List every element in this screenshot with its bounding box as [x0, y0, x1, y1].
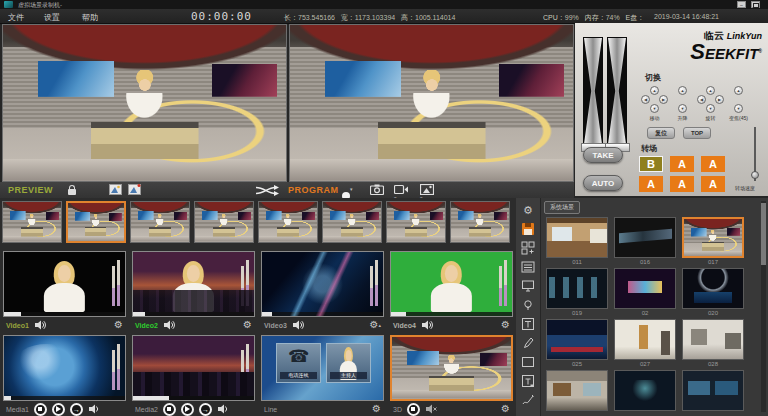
play-button[interactable] [181, 403, 194, 416]
source-video1[interactable]: Video1 ⚙ [3, 251, 126, 333]
stop-button[interactable] [407, 403, 420, 416]
tbar-fader[interactable] [582, 37, 630, 159]
library-scene[interactable] [682, 370, 744, 411]
shot-thumbnail[interactable] [2, 201, 62, 243]
shot-thumbnail[interactable] [194, 201, 254, 243]
shot-thumbnail[interactable] [258, 201, 318, 243]
zoom-in-button[interactable]: ▲ [734, 86, 743, 95]
library-scene[interactable] [546, 370, 608, 411]
minimize-button[interactable]: – [737, 1, 746, 8]
source-settings-icon[interactable]: ⚙ [114, 320, 123, 330]
library-scene-028[interactable] [682, 319, 744, 360]
rotate-up-button[interactable]: ▲ [706, 86, 715, 95]
library-scene-020[interactable] [682, 268, 744, 309]
scrollbar-thumb[interactable] [761, 203, 766, 265]
brush-icon[interactable] [520, 335, 536, 351]
pen-icon[interactable] [520, 392, 536, 408]
settings-icon[interactable]: ⚙ [520, 202, 536, 218]
maximize-button[interactable] [751, 1, 760, 8]
speaker-icon[interactable] [163, 320, 175, 330]
transition-section-title: 转场 [641, 143, 657, 154]
stop-button[interactable] [163, 403, 176, 416]
transition-a-button[interactable]: A [701, 156, 725, 172]
source-video4[interactable]: Video4 ⚙ [390, 251, 513, 333]
rotate-left-button[interactable]: ◀ [697, 95, 706, 104]
source-settings-icon[interactable]: ⚙ [501, 404, 510, 414]
play-button[interactable] [52, 403, 65, 416]
source-settings-icon[interactable]: ⚙ [501, 320, 510, 330]
speaker-icon[interactable] [421, 320, 433, 330]
speaker-icon[interactable] [292, 320, 304, 330]
source-media2[interactable]: Media2 → [132, 335, 255, 416]
frame-icon[interactable] [520, 354, 536, 370]
move-up-button[interactable]: ▲ [650, 86, 659, 95]
source-settings-icon[interactable]: ⚙ [372, 404, 381, 414]
zoom-out-button[interactable]: ▼ [734, 104, 743, 113]
shot-thumbnail-selected[interactable] [66, 201, 126, 243]
move-right-button[interactable]: ▶ [659, 95, 668, 104]
transition-b-button[interactable]: B [639, 156, 663, 172]
menu-help[interactable]: 帮助 [82, 12, 98, 23]
title-icon[interactable] [520, 373, 536, 389]
library-scene-025[interactable] [546, 319, 608, 360]
library-scene-011[interactable] [546, 217, 608, 258]
speaker-icon[interactable] [88, 404, 100, 414]
library-scene-017-selected[interactable] [682, 217, 744, 258]
rotate-right-button[interactable]: ▶ [715, 95, 724, 104]
menu-file[interactable]: 文件 [8, 12, 24, 23]
library-scene-016[interactable] [614, 217, 676, 258]
auto-button[interactable]: AUTO [583, 175, 623, 191]
light-icon[interactable] [520, 297, 536, 313]
take-button[interactable]: TAKE [583, 147, 623, 163]
text-icon[interactable] [520, 316, 536, 332]
reset-button[interactable]: 复位 [647, 127, 675, 139]
top-button[interactable]: TOP [683, 127, 711, 139]
elevate-down-button[interactable]: ▼ [678, 104, 687, 113]
library-scene-019[interactable] [546, 268, 608, 309]
rotate-down-button[interactable]: ▼ [706, 104, 715, 113]
overlay-image-icon[interactable] [109, 184, 122, 195]
library-tab[interactable]: 系统场景 [544, 201, 580, 214]
speaker-icon[interactable] [217, 404, 229, 414]
playlist-icon[interactable] [520, 259, 536, 275]
transition-a-button[interactable]: A [670, 176, 694, 192]
lock-icon[interactable] [68, 189, 76, 195]
transition-a-button[interactable]: A [639, 176, 663, 192]
next-button[interactable]: → [70, 403, 83, 416]
library-scene-027[interactable] [614, 319, 676, 360]
display-icon[interactable] [520, 278, 536, 294]
source-video2[interactable]: Video2 ⚙ [132, 251, 255, 333]
source-settings-icon[interactable]: ⚙▴ [370, 320, 381, 330]
library-scrollbar[interactable] [761, 201, 766, 412]
move-left-button[interactable]: ◀ [641, 95, 650, 104]
overlay-image-alt-icon[interactable] [128, 184, 141, 195]
library-scene-02[interactable] [614, 268, 676, 309]
shot-thumbnail[interactable] [450, 201, 510, 243]
source-label: Video4 [393, 322, 416, 329]
transition-speed-slider[interactable] [754, 127, 756, 181]
transition-a-button[interactable]: A [701, 176, 725, 192]
save-icon[interactable] [520, 221, 536, 237]
source-settings-icon[interactable]: ⚙ [243, 320, 252, 330]
source-line[interactable]: ☎ 电话连线 主持人 Line ⚙ [261, 335, 384, 416]
speaker-icon[interactable] [34, 320, 46, 330]
move-down-button[interactable]: ▼ [650, 104, 659, 113]
next-button[interactable]: → [199, 403, 212, 416]
shot-thumbnail[interactable] [322, 201, 382, 243]
source-media1[interactable]: Media1 → [3, 335, 126, 416]
shot-thumbnail[interactable] [130, 201, 190, 243]
source-3d[interactable]: 3D ⚙ [390, 335, 513, 416]
source-video3[interactable]: Video3 ⚙▴ [261, 251, 384, 333]
shot-thumbnail[interactable] [386, 201, 446, 243]
library-scene[interactable] [614, 370, 676, 411]
menu-bar: 文件 设置 帮助 00:00:00 长：753.545166 宽：1173.10… [0, 9, 768, 24]
stop-button[interactable] [34, 403, 47, 416]
swap-preview-program-icon[interactable] [254, 185, 280, 196]
slider-knob[interactable] [751, 171, 759, 179]
speaker-muted-icon[interactable] [425, 404, 437, 414]
snapshot-button[interactable] [370, 184, 384, 195]
menu-settings[interactable]: 设置 [44, 12, 60, 23]
transition-a-button[interactable]: A [670, 156, 694, 172]
elevate-up-button[interactable]: ▲ [678, 86, 687, 95]
scene-grid-icon[interactable] [520, 240, 536, 256]
